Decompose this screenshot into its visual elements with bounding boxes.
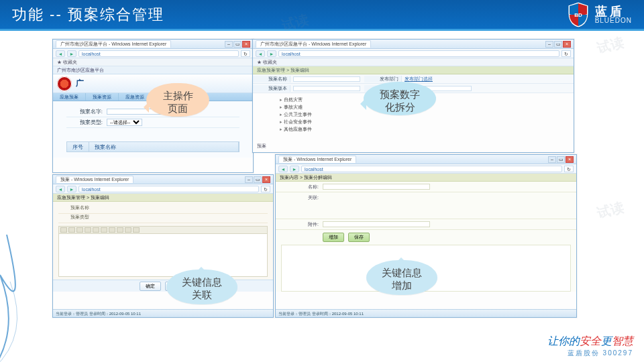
label-name: 名称: [276,182,323,192]
footer-slogan: 让你的安全更智慧 蓝盾股份 300297 [547,335,633,358]
align-icon[interactable] [93,227,99,233]
close-button[interactable]: × [262,176,270,183]
menu-item[interactable]: 应急预案 [53,93,86,101]
col-index: 序号 [67,142,89,152]
maximize-button[interactable]: ▭ [554,41,562,48]
slide-header: 功能 -- 预案综合管理 BD 蓝盾 BLUEDON [0,0,644,31]
link-icon[interactable] [101,227,107,233]
app-tab[interactable]: 广州市南沙区应急平台 [53,66,253,74]
dept-link[interactable]: 发布部门选择 [402,76,476,82]
list-icon[interactable] [85,227,91,233]
favorites-bar[interactable]: ★ 收藏夹 [253,58,574,66]
url-field[interactable]: localhost [301,166,562,172]
action-buttons: 增加 保存 [276,230,576,245]
relation-area[interactable] [323,192,576,219]
slogan-highlight: 智慧 [612,335,633,347]
tree-header: 预案 [257,143,266,149]
italic-icon[interactable] [68,227,75,233]
label-plan-type: 预案类型: [66,119,107,126]
refresh-button[interactable]: ↻ [564,166,574,172]
tree-node[interactable]: 其他应急事件 [280,125,547,133]
label-attach: 附件: [276,219,323,229]
menu-item[interactable]: 预案资源 [86,93,119,101]
label-relation: 关联: [276,192,323,219]
slogan-part: 更 [601,335,612,347]
window-title: 广州市南沙区应急平台 - Windows Internet Explorer [56,40,171,48]
label-plan-name: 预案名字: [66,108,107,115]
breadcrumb: 应急预案管理 > 预案编辑 [53,194,273,202]
window-titlebar: 广州市南沙区应急平台 - Windows Internet Explorer –… [253,40,574,49]
callout-key-relate: 关键信息 关联 [166,269,237,304]
slide-title: 功能 -- 预案综合管理 [12,5,567,25]
url-field[interactable]: localhost [78,50,239,57]
close-button[interactable]: × [242,41,250,48]
brand-block: BD 蓝盾 BLUEDON [567,1,632,28]
svg-text:BD: BD [574,12,582,18]
favorites-bar[interactable]: ★ 收藏夹 [53,58,253,66]
forward-button[interactable]: ► [67,50,76,57]
window-title: 预案 - Windows Internet Explorer [278,156,356,163]
window-title: 广州市南沙区应急平台 - Windows Internet Explorer [256,40,371,48]
image-icon[interactable] [109,227,115,233]
url-field[interactable]: localhost [278,50,559,57]
status-bar: 当前登录：管理员 登录时间：2012-09-05 10:11 [53,309,273,317]
url-field[interactable]: localhost [78,186,259,192]
decorative-curves [0,235,60,362]
add-button[interactable]: 增加 [323,233,344,242]
brand-name-cn: 蓝盾 [595,5,632,17]
plan-type-select[interactable]: --请选择-- [107,119,142,126]
label-version: 预案版本 [253,85,290,92]
close-button[interactable]: × [566,156,574,163]
maximize-button[interactable]: ▭ [254,176,262,183]
version-input[interactable] [293,86,360,91]
refresh-button[interactable]: ↻ [241,50,250,57]
forward-button[interactable]: ► [290,166,299,172]
redo-icon[interactable] [133,227,140,233]
callout-main-page: 主操作 页面 [146,83,209,117]
label-dept: 发布部门 [364,76,402,82]
refresh-button[interactable]: ↻ [561,50,571,57]
minimize-button[interactable]: – [548,156,556,163]
shield-icon: BD [567,1,590,28]
watermark: 试读 [595,34,625,58]
back-button[interactable]: ◄ [256,50,265,57]
back-button[interactable]: ◄ [278,166,288,172]
window-titlebar: 广州市南沙区应急平台 - Windows Internet Explorer –… [53,40,253,49]
tree-node[interactable]: 社会安全事件 [280,118,547,125]
breadcrumb: 应急预案管理 > 预案编辑 [253,66,574,74]
grid-header: 序号 预案名称 [66,141,239,152]
favorites-label: 收藏夹 [63,60,77,64]
plan-name-input[interactable] [293,76,360,82]
slogan-part: 让你的 [547,335,580,347]
underline-icon[interactable] [76,227,83,233]
undo-icon[interactable] [125,227,131,233]
ok-button[interactable]: 确定 [140,282,161,291]
emblem-icon [57,76,72,91]
col-plan-name: 预案名称 [89,142,239,152]
brand-name-en: BLUEDON [595,17,632,24]
minimize-button[interactable]: – [545,41,553,48]
minimize-button[interactable]: – [225,41,233,48]
richtext-editor[interactable] [58,234,268,277]
window-controls: – ▭ × [225,41,250,48]
forward-button[interactable]: ► [267,50,276,57]
name-input[interactable] [323,184,430,190]
form-row-type: 预案类型: --请选择-- [66,117,239,128]
refresh-button[interactable]: ↻ [261,186,270,192]
dialog-footer: 确定 取消 [53,280,273,292]
save-button[interactable]: 保存 [348,233,370,242]
back-button[interactable]: ◄ [56,186,65,192]
minimize-button[interactable]: – [245,176,253,183]
bold-icon[interactable] [60,227,67,233]
attach-input[interactable] [323,221,430,227]
back-button[interactable]: ◄ [56,50,65,57]
table-icon[interactable] [117,227,123,233]
close-button[interactable]: × [563,41,571,48]
maximize-button[interactable]: ▭ [233,41,241,48]
forward-button[interactable]: ► [67,186,76,192]
maximize-button[interactable]: ▭ [557,156,565,163]
label-plan-type: 预案类型 [58,214,92,223]
slogan-highlight: 安全 [580,335,601,347]
window-title: 预案 - Windows Internet Explorer [56,176,133,183]
browser-window-add: 预案 - Windows Internet Explorer –▭× ◄►loc… [275,154,577,318]
